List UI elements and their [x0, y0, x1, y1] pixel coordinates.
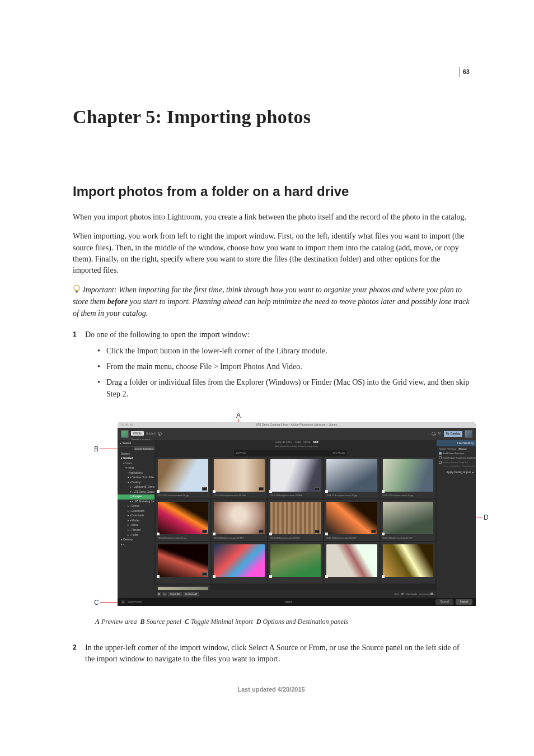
filter-new-photos[interactable]: New Photos [332, 451, 345, 455]
thumbnail-cell[interactable] [212, 542, 266, 584]
thumbnail-cell[interactable]: 2013-1003-bluehour-bike-01.jpg [156, 500, 210, 541]
source-tree-item[interactable]: ▾ ▪ Creative Cloud Files [118, 475, 154, 480]
thumbnail-cell[interactable] [268, 542, 323, 584]
thumbnail-cell[interactable] [381, 542, 435, 584]
source-tree-item[interactable]: ▸ ▪ Demos [118, 504, 154, 509]
second-copy-row[interactable]: Make a Second Copy To: [437, 460, 476, 465]
svg-point-0 [74, 285, 79, 291]
page-number: 63 [459, 67, 470, 77]
window-title: LR5 Demo Catalog-2.lrcat - Adobe Photosh… [256, 423, 337, 427]
step-1-lead: Do one of the following to open the impo… [85, 330, 250, 339]
source-tree-item[interactable]: ▾ mholt [118, 466, 154, 471]
source-tree-item[interactable]: ▸ ▪ Lightroom5_Demos.lrcat [118, 485, 154, 490]
check-all-button[interactable]: Check All [168, 592, 182, 596]
import-button[interactable]: Import [456, 599, 472, 604]
thumbnail-cell[interactable]: 2013-1003-wayfarers-dawn-09.NEF [268, 457, 323, 498]
source-tree-item[interactable]: ▾ Users [118, 461, 154, 466]
source-tree-item[interactable]: ▪ Applications [118, 471, 154, 476]
include-subfolders-toggle[interactable]: Include Subfolders [134, 447, 154, 450]
thumbnail-cell[interactable]: 2013-1003-bluehour-bike-06.NEF [381, 500, 435, 541]
source-tree-item[interactable]: ▾ ▪ [118, 543, 154, 548]
uncheck-all-button[interactable]: Uncheck All [183, 592, 199, 596]
cancel-button[interactable]: Cancel [435, 599, 453, 604]
source-tree-item[interactable]: ▾ ▪ Desktop [118, 480, 154, 486]
source-tree-item[interactable]: ▾ ▪ LR5 Demo Catalog [118, 490, 154, 495]
build-smart-previews-row[interactable]: Build Smart Previews [437, 451, 476, 456]
step-1-bullet: From the main menu, choose File > Import… [97, 361, 470, 372]
thumbnail-cell[interactable]: 2013-1003-wayfarers-dawn-12.jpg [381, 457, 435, 498]
thumbnails-label: Thumbnails [405, 592, 417, 596]
preset-none[interactable]: None ▾ [285, 600, 293, 604]
source-tree-item[interactable]: ▸ ▪ Public [118, 533, 154, 538]
source-panel[interactable]: ▸ Source Include Subfolders Devices ▾ Un… [118, 440, 154, 598]
thumbnail-size-slider[interactable] [419, 594, 434, 595]
source-tree-item[interactable]: ▸ ▪ LR5 Marketing Catalogs [118, 500, 154, 505]
to-catalog-badge[interactable]: My Catalog [444, 431, 462, 436]
source-tree-item[interactable]: Devices [118, 452, 154, 457]
source-thumbnail [121, 430, 129, 438]
step-1-bullet: Click the Import button in the lower-lef… [97, 346, 470, 357]
import-footer: ▸ Import Presets None ▾ Cancel Import [118, 598, 476, 606]
mode-add-selected[interactable]: Add [313, 440, 318, 444]
body-paragraph: When importing, you work from left to ri… [73, 231, 470, 276]
figure-caption: A Preview area B Source panel C Toggle M… [95, 617, 470, 627]
preview-filter-bar[interactable]: All Photos New Photos [234, 450, 347, 456]
filter-all-photos[interactable]: All Photos [236, 451, 246, 455]
sort-label: Sort: [395, 592, 399, 596]
source-tree-item[interactable]: ▸ ▪ Downloads [118, 514, 154, 519]
loupe-view-button[interactable]: ▭ [162, 592, 167, 596]
destination-thumbnail [465, 430, 472, 438]
thumbnail-grid[interactable]: 2013-1003-wayfarers-dawn-06.jpg 2013-100… [154, 456, 437, 590]
import-window-screenshot: LR5 Demo Catalog-2.lrcat - Adobe Photosh… [118, 422, 476, 606]
step-1-bullet: Drag a folder or individual files from t… [97, 377, 470, 400]
source-tree-volume[interactable]: ▾ Untitled [118, 456, 154, 461]
file-handling-header[interactable]: File Handling [437, 440, 476, 446]
callout-c-label: C [94, 598, 99, 608]
from-label[interactable]: FROM [131, 431, 144, 436]
mode-copy-dng[interactable]: Copy as DNG [275, 440, 292, 444]
render-previews-row[interactable]: Render Previews Minimal [437, 447, 476, 451]
important-note: Important: When importing for the first … [73, 284, 470, 319]
mode-copy[interactable]: Copy [295, 440, 302, 444]
import-mode-bar[interactable]: Copy as DNG Copy Move Add [275, 440, 318, 444]
source-tree-item[interactable]: ▸ Desktop [118, 538, 154, 543]
minimal-import-toggle[interactable]: ▸ [121, 600, 125, 604]
second-copy-path: /Users/mholt/Pict.../Download Backups [437, 464, 476, 469]
grid-view-button[interactable]: ▦ [157, 592, 161, 596]
source-header[interactable]: Source [122, 441, 131, 445]
source-tree-item[interactable]: ▸ ▪ Documents [118, 509, 154, 514]
step-1: Do one of the following to open the impo… [73, 329, 470, 626]
step-2: In the upper-left corner of the import w… [73, 642, 470, 665]
source-tree-item[interactable]: ▸ ▪ Movies [118, 519, 154, 524]
thumbnail-cell[interactable]: 2013-1003-bluehour-bike-03.NEF [268, 500, 323, 541]
import-top-bar: FROM Untitled Select a source TO My Cata… [118, 428, 476, 440]
important-text-suffix: you start to import. Planning ahead can … [73, 297, 470, 318]
import-window-figure: A B C D LR5 Demo Catalog-2.lrcat - Adobe… [95, 413, 487, 613]
dont-import-duplicates-row[interactable]: Don't Import Suspected Duplicates [437, 456, 476, 460]
arrow-right-icon [432, 432, 435, 436]
last-updated: Last updated 4/20/2015 [73, 686, 470, 693]
source-tree-item[interactable]: ▸ ▪ Pictures [118, 528, 154, 533]
body-paragraph: When you import photos into Lightroom, y… [73, 212, 470, 223]
lightbulb-icon [73, 284, 81, 295]
source-tree-item[interactable]: ▸ ▪ Music [118, 523, 154, 528]
thumbnail-cell[interactable] [156, 542, 210, 584]
thumbnail-cell[interactable]: 2013-1003-wayfarers-dawn-10.jpg [324, 457, 379, 498]
mode-move[interactable]: Move [303, 440, 310, 444]
thumbnail-cell[interactable] [156, 585, 210, 590]
sort-value[interactable]: Off [401, 592, 404, 596]
thumbnail-cell[interactable]: 2013-1003-bluehour-bike-02.NEF [212, 500, 266, 541]
thumbnail-cell[interactable]: 2013-1003-wayfarers-dawn-06.jpg [156, 457, 210, 498]
thumbnail-cell[interactable]: 2013-1003-wayfarers-dawn-08.NEF [212, 457, 266, 498]
arrow-right-icon [158, 432, 162, 436]
thumbnail-cell[interactable]: 2013-1003-bluehour-bike-05.NEF [324, 500, 379, 541]
window-titlebar: LR5 Demo Catalog-2.lrcat - Adobe Photosh… [118, 422, 476, 428]
right-options-panel[interactable]: File Handling Render Previews Minimal Bu… [437, 440, 476, 598]
source-tree-item-selected[interactable]: ▢ Images [118, 494, 154, 500]
section-title: Import photos from a folder on a hard dr… [73, 184, 470, 199]
import-presets-label[interactable]: Import Presets [128, 600, 142, 604]
apply-during-import-header[interactable]: Apply During Import ◂ [437, 469, 476, 476]
thumbnail-cell[interactable] [324, 542, 379, 584]
mode-subtext: Add photos to catalog without moving the… [275, 445, 318, 448]
from-value[interactable]: Untitled [146, 432, 156, 435]
